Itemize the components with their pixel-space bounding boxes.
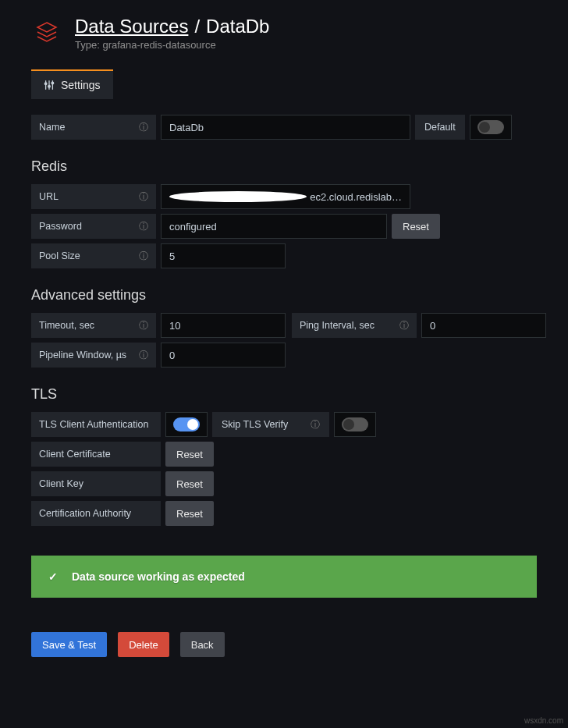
info-icon[interactable]: ⓘ (139, 220, 148, 233)
info-icon[interactable]: ⓘ (139, 121, 148, 134)
breadcrumb-current: DataDb (206, 16, 269, 37)
label-client-key: Client Key (31, 471, 161, 496)
datasource-type: Type: grafana-redis-datasource (75, 39, 269, 51)
row-timeout: Timeout, sec ⓘ (31, 313, 286, 338)
skip-tls-verify-toggle-wrap (334, 412, 376, 437)
label-client-cert: Client Certificate (31, 442, 161, 467)
url-input[interactable]: ec2.cloud.redislab… (161, 184, 410, 209)
info-icon[interactable]: ⓘ (139, 250, 148, 263)
footer-actions: Save & Test Delete Back (31, 632, 537, 657)
label-timeout-text: Timeout, sec (39, 320, 94, 331)
label-skip-tls-verify-text: Skip TLS Verify (222, 419, 288, 430)
label-name-text: Name (39, 122, 65, 133)
row-client-key: Client Key Reset (31, 471, 537, 496)
row-url: URL ⓘ ec2.cloud.redislab… (31, 184, 537, 209)
info-icon[interactable]: ⓘ (139, 319, 148, 332)
skip-tls-verify-toggle[interactable] (342, 417, 368, 431)
page-header: Data Sources / DataDb Type: grafana-redi… (31, 16, 537, 51)
svg-point-2 (44, 83, 47, 85)
svg-point-4 (48, 85, 51, 87)
check-icon: ✓ (48, 570, 58, 583)
row-pipeline: Pipeline Window, µs ⓘ (31, 343, 537, 368)
label-pool-size: Pool Size ⓘ (31, 243, 156, 268)
save-test-button[interactable]: Save & Test (31, 632, 107, 657)
info-icon[interactable]: ⓘ (311, 418, 320, 431)
label-pipeline: Pipeline Window, µs ⓘ (31, 343, 156, 368)
default-toggle-wrap (470, 115, 512, 140)
label-ping-text: Ping Interval, sec (300, 320, 375, 331)
breadcrumb: Data Sources / DataDb (75, 16, 269, 37)
info-icon[interactable]: ⓘ (139, 349, 148, 362)
label-default: Default (415, 115, 465, 140)
url-suffix: ec2.cloud.redislab… (310, 191, 402, 203)
label-ping-interval: Ping Interval, sec ⓘ (292, 313, 417, 338)
label-url: URL ⓘ (31, 184, 156, 209)
status-alert: ✓ Data source working as expected (31, 556, 537, 598)
tls-client-auth-toggle[interactable] (173, 417, 200, 431)
label-pipeline-text: Pipeline Window, µs (39, 350, 126, 360)
status-message: Data source working as expected (72, 570, 245, 583)
name-input[interactable] (161, 115, 410, 140)
info-icon[interactable]: ⓘ (399, 319, 409, 332)
row-name: Name ⓘ Default (31, 115, 537, 140)
svg-point-6 (51, 82, 54, 84)
label-client-cert-text: Client Certificate (39, 449, 111, 460)
label-tls-client-auth-text: TLS Client Authentication (39, 419, 148, 430)
label-name: Name ⓘ (31, 115, 156, 140)
delete-button[interactable]: Delete (118, 632, 169, 657)
client-cert-reset-button[interactable]: Reset (165, 442, 214, 467)
row-pool-size: Pool Size ⓘ (31, 243, 537, 268)
breadcrumb-link[interactable]: Data Sources (75, 16, 188, 37)
back-button[interactable]: Back (180, 632, 225, 657)
datasource-icon (31, 18, 62, 49)
default-toggle[interactable] (477, 120, 504, 134)
watermark: wsxdn.com (524, 716, 563, 725)
label-url-text: URL (39, 191, 59, 202)
tls-client-auth-toggle-wrap (165, 412, 208, 437)
svg-marker-0 (37, 23, 56, 32)
url-redacted-icon (169, 191, 307, 202)
pipeline-input[interactable] (161, 343, 286, 368)
label-pool-size-text: Pool Size (39, 250, 80, 261)
tab-settings[interactable]: Settings (31, 69, 113, 99)
info-icon[interactable]: ⓘ (139, 190, 148, 204)
row-tls-auth: TLS Client Authentication Skip TLS Verif… (31, 412, 537, 437)
label-tls-client-auth: TLS Client Authentication (31, 412, 161, 437)
label-ca: Certification Authority (31, 501, 161, 526)
ping-interval-input[interactable] (421, 313, 546, 338)
timeout-input[interactable] (161, 313, 286, 338)
section-tls-title: TLS (31, 386, 537, 403)
row-ping-interval: Ping Interval, sec ⓘ (292, 313, 546, 338)
password-reset-button[interactable]: Reset (392, 214, 440, 239)
label-client-key-text: Client Key (39, 478, 83, 489)
pool-size-input[interactable] (161, 243, 286, 268)
ca-reset-button[interactable]: Reset (165, 501, 214, 526)
label-ca-text: Certification Authority (39, 508, 131, 519)
label-password: Password ⓘ (31, 214, 156, 239)
row-client-cert: Client Certificate Reset (31, 442, 537, 467)
section-advanced-title: Advanced settings (31, 287, 537, 304)
password-input (161, 214, 387, 239)
label-skip-tls-verify: Skip TLS Verify ⓘ (212, 412, 329, 437)
label-password-text: Password (39, 221, 82, 232)
label-timeout: Timeout, sec ⓘ (31, 313, 156, 338)
sliders-icon (44, 80, 55, 91)
tab-settings-label: Settings (61, 79, 101, 91)
row-password: Password ⓘ Reset (31, 214, 537, 239)
section-redis-title: Redis (31, 158, 537, 175)
row-ca: Certification Authority Reset (31, 501, 537, 526)
breadcrumb-separator: / (194, 16, 200, 37)
client-key-reset-button[interactable]: Reset (165, 471, 214, 496)
tabs: Settings (31, 69, 537, 99)
